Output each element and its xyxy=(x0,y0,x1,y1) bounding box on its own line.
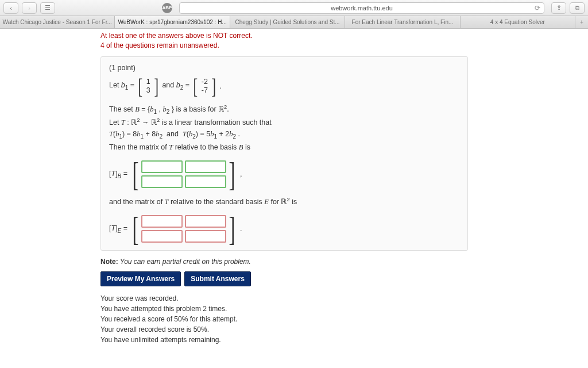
te-cell-11[interactable] xyxy=(141,215,183,228)
te-matrix-row: [T]E = [ ] . xyxy=(109,214,459,243)
error-line-1: At least one of the answers above is NOT… xyxy=(100,31,588,41)
te-label: [T]E = xyxy=(109,224,127,234)
button-row: Preview My Answers Submit Answers xyxy=(100,271,588,286)
preview-button[interactable]: Preview My Answers xyxy=(100,271,181,286)
vectors-row: Let b1 = [ 13 ] and b2 = [ -2-7 ] . xyxy=(109,76,459,96)
te-cell-21[interactable] xyxy=(141,230,183,243)
tb-matrix-row: [T]B = [ ] , xyxy=(109,160,459,189)
abp-icon[interactable]: ABP xyxy=(162,3,172,13)
error-line-2: 4 of the questions remain unanswered. xyxy=(100,41,588,51)
tb-cell-11[interactable] xyxy=(141,160,183,173)
points-label: (1 point) xyxy=(109,64,459,72)
page-content: At least one of the answers above is NOT… xyxy=(0,29,588,356)
tb-cell-12[interactable] xyxy=(185,160,226,173)
problem-text-2: and the matrix of T relative to the stan… xyxy=(109,195,459,208)
status-2: You received a score of 50% for this att… xyxy=(100,314,588,324)
tab-0[interactable]: Watch Chicago Justice - Season 1 For Fr.… xyxy=(0,16,115,28)
tab-bar: Watch Chicago Justice - Season 1 For Fr.… xyxy=(0,16,588,29)
browser-toolbar: ‹ › ☰ ABP webwork.math.ttu.edu ⟳ ⇪ ⧉ xyxy=(0,0,588,16)
tb-cell-22[interactable] xyxy=(185,175,226,188)
status-block: Your score was recorded. You have attemp… xyxy=(100,293,588,345)
tb-label: [T]B = xyxy=(109,170,127,179)
sidebar-toggle-button[interactable]: ☰ xyxy=(40,2,55,14)
te-period: . xyxy=(240,225,242,233)
b2-vector: [ -2-7 ] xyxy=(192,76,217,96)
submit-button[interactable]: Submit Answers xyxy=(184,271,251,286)
tab-3[interactable]: For Each Linear Transformation L, Fin... xyxy=(345,16,460,28)
url-text: webwork.math.ttu.edu xyxy=(331,5,393,12)
tab-4[interactable]: 4 x 4 Equation Solver xyxy=(461,16,575,28)
problem-box: (1 point) Let b1 = [ 13 ] and b2 = [ -2-… xyxy=(100,56,468,251)
te-cell-22[interactable] xyxy=(185,230,226,243)
vector-period: . xyxy=(220,82,222,90)
tb-comma: , xyxy=(240,170,242,178)
te-cell-12[interactable] xyxy=(185,215,226,228)
status-1: You have attempted this problem 2 times. xyxy=(100,304,588,314)
b1-vector: [ 13 ] xyxy=(137,76,160,96)
and-b2-text: and b2 = xyxy=(162,81,189,91)
forward-button[interactable]: › xyxy=(22,2,37,14)
share-button[interactable]: ⇪ xyxy=(551,2,566,14)
problem-text-1: The set B = {b1 , b2 } is a basis for ℝ2… xyxy=(109,103,459,153)
tb-cell-21[interactable] xyxy=(141,175,183,188)
back-button[interactable]: ‹ xyxy=(3,2,18,14)
status-3: Your overall recorded score is 50%. xyxy=(100,324,588,335)
tabs-button[interactable]: ⧉ xyxy=(570,2,585,14)
reload-icon[interactable]: ⟳ xyxy=(535,4,540,12)
status-0: Your score was recorded. xyxy=(100,293,588,304)
note-line: Note: You can earn partial credit on thi… xyxy=(100,258,588,266)
address-bar[interactable]: webwork.math.ttu.edu ⟳ xyxy=(179,2,544,14)
tab-1[interactable]: WeBWorK : spr17gborniam2360s102 : H... xyxy=(115,16,230,28)
let-b1-text: Let b1 = xyxy=(109,81,134,91)
tab-2[interactable]: Chegg Study | Guided Solutions and St... xyxy=(230,16,345,28)
status-4: You have unlimited attempts remaining. xyxy=(100,335,588,345)
new-tab-button[interactable]: + xyxy=(575,16,588,28)
